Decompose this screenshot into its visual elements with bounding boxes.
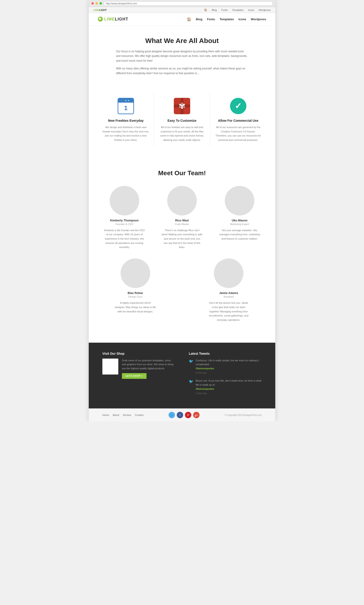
browser-nav-logo: LIMELIGHT xyxy=(93,9,107,11)
feature-desc-freebies: We design and distribute a fresh new fre… xyxy=(102,125,149,142)
nav-templates-link[interactable]: Templates xyxy=(220,17,234,21)
feature-title-freebies: New Freebies Everyday xyxy=(102,119,149,122)
social-google-icon[interactable]: g+ xyxy=(193,412,199,418)
member-title-rico: Code Master xyxy=(155,223,208,225)
member-name-blaz: Blaz Robar xyxy=(98,291,173,295)
member-bio-uku: Not your average marketer. Uku manages e… xyxy=(219,228,260,241)
member-bio-blaz: A Highly experienced UI/UX designer, Bla… xyxy=(115,301,156,313)
tweet-tag-1: #famousquotes xyxy=(196,387,214,390)
footer-tweets-section: Latest Tweets 🐦 Confucius: Life is reall… xyxy=(189,352,262,399)
member-title-kimberly: Founder & CEO xyxy=(98,223,151,225)
team-row-1: Kimberly Thompson Founder & CEO Kimberly… xyxy=(98,186,266,249)
feature-desc-commercial: All of our resources are governed by the… xyxy=(215,125,262,142)
avatar-blaz xyxy=(121,258,150,288)
browser-close-dot xyxy=(91,2,94,5)
avatar-kimberly xyxy=(110,186,139,216)
tweet-time-1: 2 days ago xyxy=(196,392,262,395)
nav-icons-link[interactable]: Icons xyxy=(238,17,246,21)
tweet-item-1: 🐦 Bruce Lee: If you love life, don't was… xyxy=(189,379,262,395)
gift-icon: ✾ xyxy=(174,98,190,114)
footer-nav-about[interactable]: About xyxy=(113,414,119,416)
footer-shop-title: Visit Our Shop xyxy=(102,352,175,355)
feature-icon-wrapper-customize: ✾ xyxy=(173,97,191,115)
tweet-text-0: Confucius: Life is really simple, but we… xyxy=(196,359,262,375)
tweet-tag-0: #famousquotes xyxy=(196,367,214,370)
cal-body: 1 xyxy=(118,103,133,114)
member-bio-jamie: Don't let the picture fool you. Jamie is… xyxy=(208,301,249,322)
browser-nav-home[interactable]: 🏠 xyxy=(204,8,207,11)
logo-light: LIGHT xyxy=(115,17,128,21)
nav-fonts-link[interactable]: Fonts xyxy=(207,17,215,21)
cal-header xyxy=(118,99,133,103)
member-name-jamie: Jamie Adams xyxy=(191,291,266,295)
social-facebook-icon[interactable]: f xyxy=(177,412,183,418)
logo-text: LIMELIGHT xyxy=(104,17,128,22)
browser-nav-templates[interactable]: Templates xyxy=(232,9,244,11)
nav-home-link[interactable]: 🏠 xyxy=(187,17,191,21)
footer-nav-home[interactable]: Home xyxy=(102,414,109,416)
browser-secondary-nav: LIMELIGHT 🏠 Blog Fonts Templates Icons W… xyxy=(89,7,275,13)
member-name-uku: Uku Mason xyxy=(213,219,266,222)
team-member-blaz: Blaz Robar Design Guru A Highly experien… xyxy=(98,258,173,322)
gift-bow: ✾ xyxy=(179,101,185,111)
footer-shop-content: Grab some of our premium templates, icon… xyxy=(102,359,175,379)
feature-desc-customize: All of our freebies are easy to edit and… xyxy=(158,125,206,142)
member-title-blaz: Design Guru xyxy=(98,295,173,298)
feature-icon-wrapper-commercial xyxy=(229,97,247,115)
nav-blog-link[interactable]: Blog xyxy=(196,17,202,21)
member-title-jamie: Assistant xyxy=(191,295,266,298)
tweet-time-0: 8 mins ago xyxy=(196,371,262,375)
footer-tweets-title: Latest Tweets xyxy=(189,352,262,355)
main-nav: 🏠 Blog Fonts Templates Icons Wordpress xyxy=(187,17,266,21)
social-pinterest-icon[interactable]: P xyxy=(185,412,191,418)
hero-desc-2: With so many sites offering similar serv… xyxy=(116,66,248,76)
footer-bottom-nav: Home About Archive Contact xyxy=(102,414,143,416)
browser-chrome-bar: http://www.designerfirst.com xyxy=(89,0,275,7)
team-member-uku: Uku Mason Marketing Expert Not your aver… xyxy=(213,186,266,249)
member-bio-rico: There's no challenge Rico can't tame! Ma… xyxy=(162,228,202,249)
browser-nav-wordpress[interactable]: Wordpress xyxy=(259,9,271,11)
browser-nav-fonts[interactable]: Fonts xyxy=(221,9,228,11)
team-row-2: Blaz Robar Design Guru A Highly experien… xyxy=(98,258,266,322)
footer-shop-info: Grab some of our premium templates, icon… xyxy=(122,359,175,379)
footer-shop-section: Visit Our Shop Grab some of our premium … xyxy=(102,352,175,399)
footer-bottom: Home About Archive Contact 🐦 f P g+ © Co… xyxy=(89,408,275,421)
browser-min-dot xyxy=(96,2,98,5)
feature-title-customize: Easy To Customize xyxy=(158,119,206,122)
footer-copyright: © Copyright 2013 DesignerFirst.com xyxy=(225,414,262,416)
browser-nav-icons[interactable]: Icons xyxy=(248,9,254,11)
lets-shop-button[interactable]: LETS SHOP > xyxy=(122,373,146,379)
nav-wordpress-link[interactable]: Wordpress xyxy=(251,17,266,21)
avatar-jamie xyxy=(214,258,243,288)
tweet-text-1: Bruce Lee: If you love life, don't waste… xyxy=(196,379,262,395)
feature-customize: ✾ Easy To Customize All of our freebies … xyxy=(154,92,210,147)
logo-area: LIMELIGHT xyxy=(98,17,128,22)
twitter-bird-icon-0: 🐦 xyxy=(189,359,193,375)
browser-nav-blog[interactable]: Blog xyxy=(212,9,217,11)
team-member-jamie: Jamie Adams Assistant Don't let the pict… xyxy=(191,258,266,322)
social-twitter-icon[interactable]: 🐦 xyxy=(169,412,175,418)
team-member-kimberly: Kimberly Thompson Founder & CEO Kimberly… xyxy=(98,186,151,249)
member-title-uku: Marketing Expert xyxy=(213,223,266,225)
browser-max-dot xyxy=(100,2,102,5)
footer-nav-contact[interactable]: Contact xyxy=(135,414,143,416)
feature-icon-wrapper-freebies: 1 xyxy=(117,97,135,115)
logo-lime: LIME xyxy=(104,17,115,21)
feature-commercial: Allow For Commercial Use All of our reso… xyxy=(210,92,266,147)
features-section: 1 New Freebies Everyday We design and di… xyxy=(89,88,275,158)
feature-freebies: 1 New Freebies Everyday We design and di… xyxy=(98,92,154,147)
feature-title-commercial: Allow For Commercial Use xyxy=(215,119,262,122)
member-name-rico: Rico Masi xyxy=(155,219,208,222)
twitter-bird-icon-1: 🐦 xyxy=(189,379,193,395)
footer-shop-image xyxy=(102,359,118,374)
member-name-kimberly: Kimberly Thompson xyxy=(98,219,151,222)
team-title: Meet Our Team! xyxy=(98,169,266,177)
member-bio-kimberly: Kimberly is the founder and the CEO of o… xyxy=(104,228,145,249)
hero-title: What We Are All About xyxy=(107,37,257,45)
footer-nav-archive[interactable]: Archive xyxy=(123,414,131,416)
site-header: LIMELIGHT 🏠 Blog Fonts Templates Icons W… xyxy=(89,13,275,26)
logo-icon xyxy=(98,17,103,22)
hero-section: What We Are All About Our focus is on he… xyxy=(89,26,275,88)
browser-url-bar[interactable]: http://www.designerfirst.com xyxy=(104,1,273,5)
footer-shop-text: Grab some of our premium templates, icon… xyxy=(122,359,175,371)
